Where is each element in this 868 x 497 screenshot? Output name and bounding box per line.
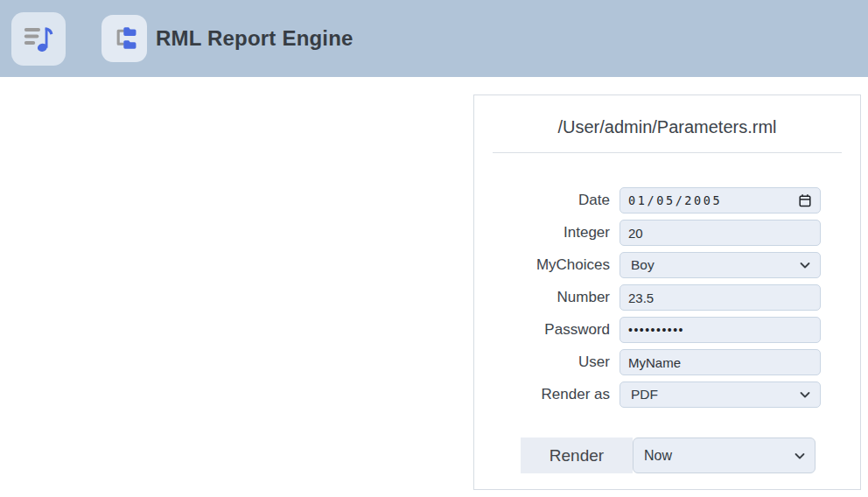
integer-input[interactable] [620,220,821,246]
chevron-down-icon [793,449,807,463]
chevron-down-icon [798,258,812,272]
form-row-integer: Integer [474,220,860,246]
password-label: Password [474,321,620,339]
mychoices-label: MyChoices [474,256,620,274]
form-row-number: Number [474,284,860,311]
form-row-date: Date 01/05/2005 [474,187,860,214]
calendar-picker-button[interactable] [798,193,812,207]
date-label: Date [474,192,620,209]
report-path-title: /User/admin/Parameters.rml [474,117,860,137]
render-footer: Render Now [521,438,860,473]
app-header: RML Report Engine [0,0,868,77]
password-input[interactable] [620,317,821,343]
date-value: 01/05/2005 [628,193,798,207]
user-input[interactable] [620,349,821,375]
parameters-form: Date 01/05/2005 Integer [474,187,860,408]
chevron-down-icon [798,388,812,402]
form-row-password: Password [474,317,860,343]
integer-label: Integer [474,224,620,242]
number-label: Number [474,289,620,306]
render-as-label: Render as [474,386,620,403]
playlist-music-button[interactable] [11,12,66,66]
render-as-selected-value: PDF [631,387,798,402]
title-divider [493,152,842,153]
form-row-render-as: Render as PDF [474,382,860,408]
mychoices-selected-value: Boy [631,257,798,273]
render-schedule-value: Now [644,448,793,464]
user-label: User [474,354,620,371]
folder-tree-button[interactable] [102,15,147,62]
report-form-panel: /User/admin/Parameters.rml Date 01/05/20… [473,94,861,490]
number-input[interactable] [620,284,821,311]
mychoices-select[interactable]: Boy [620,252,821,278]
form-row-mychoices: MyChoices Boy [474,252,860,278]
calendar-icon [798,193,812,207]
form-row-user: User [474,349,860,375]
render-as-select[interactable]: PDF [620,382,821,408]
date-input[interactable]: 01/05/2005 [620,187,821,214]
render-button[interactable]: Render [521,438,633,473]
app-title: RML Report Engine [156,26,354,51]
music-playlist-icon [21,21,56,56]
folder-tree-icon [109,23,139,54]
render-schedule-select[interactable]: Now [633,438,816,473]
